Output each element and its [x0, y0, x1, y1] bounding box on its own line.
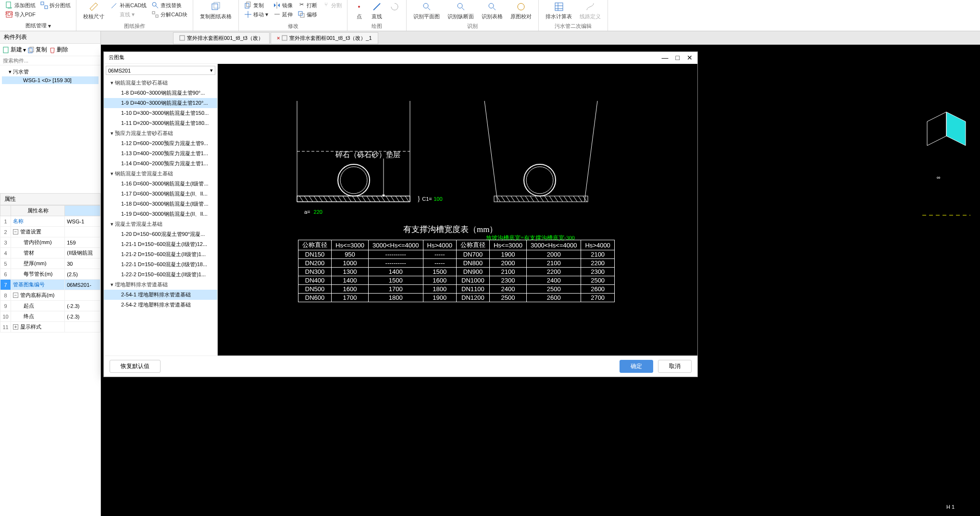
- atlas-item[interactable]: 1-10 D=300~3000钢筋混凝土管150...: [104, 108, 217, 118]
- dialog-titlebar[interactable]: 云图集 — □ ✕: [104, 52, 697, 64]
- atlas-dropdown[interactable]: 06MS201▾: [106, 66, 215, 75]
- id-plan-button[interactable]: 识别平面图: [410, 1, 443, 22]
- section-diagram-2: [472, 101, 607, 209]
- split-cad-button[interactable]: 分解CAD块: [150, 10, 189, 19]
- close-icon[interactable]: ✕: [687, 54, 693, 61]
- doc-check-icon: [516, 2, 526, 12]
- atlas-item[interactable]: 1-21-1 D=150~600混凝土(I级管)12...: [104, 239, 217, 249]
- drawing-mgmt-dropdown[interactable]: 图纸管理 ▾: [4, 22, 72, 30]
- offset-button[interactable]: 偏移: [296, 10, 319, 19]
- svg-line-66: [501, 196, 505, 202]
- atlas-item[interactable]: 1-13 D=400~2000预应力混凝土管1...: [104, 148, 217, 159]
- atlas-item[interactable]: 1-16 D=600~3000钢筋混凝土(I级管...: [104, 179, 217, 189]
- atlas-item[interactable]: 2-54-2 埋地塑料排水管道基础: [104, 300, 217, 310]
- delete-button[interactable]: 删除: [49, 46, 68, 54]
- draw-cad-button[interactable]: 补画CAD线: [109, 1, 148, 10]
- atlas-category[interactable]: ▾ 混凝土管混凝土基础: [104, 219, 217, 229]
- property-row[interactable]: 2−管道设置: [0, 227, 100, 237]
- property-row[interactable]: 7管基图集编号06MS201-: [0, 280, 100, 290]
- calc-table-icon: [554, 2, 564, 12]
- pencil-line-icon: [111, 1, 118, 9]
- property-row[interactable]: 5壁厚(mm)30: [0, 258, 100, 269]
- svg-line-46: [347, 196, 351, 202]
- atlas-category[interactable]: ▾ 预应力混凝土管砂石基础: [104, 128, 217, 138]
- atlas-item[interactable]: 1-12 D=600~2000预应力混凝土管9...: [104, 138, 217, 148]
- component-search-input[interactable]: [0, 56, 100, 65]
- ruler-icon: [89, 2, 99, 12]
- pdf-icon: PDF: [5, 11, 13, 18]
- export-pdf-button[interactable]: PDF导入PDF: [4, 10, 37, 19]
- property-row[interactable]: 6每节管长(m)(2.5): [0, 269, 100, 280]
- svg-line-41: [323, 196, 327, 202]
- document-tab[interactable]: 室外排水套图框001_t8_t3（改）: [173, 32, 270, 44]
- svg-line-51: [372, 196, 375, 202]
- dialog-preview-canvas[interactable]: 碎石（砾石砂）垫层 } C1= 100 a= 220 有支撑沟槽宽度表（mm） …: [218, 64, 697, 356]
- line-button[interactable]: 直线: [369, 1, 385, 22]
- atlas-item[interactable]: 1-8 D=600~3000钢筋混凝土管90°...: [104, 88, 217, 98]
- break-button[interactable]: ✂打断: [296, 1, 319, 10]
- copy-table-icon: [211, 2, 221, 12]
- tree-leaf-wsg1[interactable]: WSG-1 <0> [159 30]: [2, 76, 99, 84]
- move-button[interactable]: 移动 ▾: [243, 10, 270, 19]
- svg-line-39: [314, 196, 318, 202]
- svg-rect-10: [245, 3, 249, 8]
- svg-rect-7: [156, 15, 158, 17]
- break-icon: ✂: [298, 1, 305, 9]
- property-row[interactable]: 11+显示样式: [0, 322, 100, 332]
- copy-component-button[interactable]: 复制: [28, 46, 47, 54]
- tree-node-sewer[interactable]: ▾ 污水管: [2, 67, 99, 76]
- atlas-item[interactable]: 1-17 D=600~3000钢筋混凝土(II、II...: [104, 189, 217, 199]
- property-row[interactable]: 3管内径(mm)159: [0, 237, 100, 248]
- property-row[interactable]: 8−管内底标高(m): [0, 290, 100, 301]
- atlas-category[interactable]: ▾ 钢筋混凝土管混凝土基础: [104, 169, 217, 179]
- property-row[interactable]: 4管材(II级钢筋混: [0, 248, 100, 258]
- atlas-item[interactable]: 1-21-2 D=150~600混凝土(II级管)1...: [104, 249, 217, 259]
- trench-width-table: 公称直径Hs<=30003000<Hs<=4000Hs>4000公称直径Hs<=…: [298, 240, 615, 302]
- svg-line-38: [309, 196, 313, 202]
- atlas-item[interactable]: 2-54-1 埋地塑料排水管道基础: [104, 290, 217, 300]
- copy-button[interactable]: 复制: [243, 1, 270, 10]
- ok-button[interactable]: 确定: [620, 360, 653, 373]
- extend-button[interactable]: —延伸: [272, 10, 294, 19]
- atlas-item[interactable]: 1-11 D=200~3000钢筋混凝土管180...: [104, 118, 217, 128]
- property-row[interactable]: 9起点(-2.3): [0, 301, 100, 311]
- atlas-item[interactable]: 1-19 D=600~3000钢筋混凝土(II、II...: [104, 209, 217, 219]
- atlas-item[interactable]: 1-20 D=150~600混凝土管90°混凝...: [104, 229, 217, 239]
- minimize-icon[interactable]: —: [661, 54, 668, 61]
- atlas-item[interactable]: 1-22-2 D=150~600混凝土(II级管)1...: [104, 270, 217, 280]
- svg-text:H 1: H 1: [946, 504, 955, 510]
- property-row[interactable]: 1名称WSG-1: [0, 216, 100, 227]
- find-replace-button[interactable]: 查找替换: [150, 1, 189, 10]
- svg-line-43: [333, 196, 337, 202]
- check-size-button[interactable]: 校核尺寸: [80, 1, 107, 22]
- svg-line-67: [506, 196, 510, 202]
- id-section-button[interactable]: 识别纵断面: [445, 1, 477, 22]
- atlas-category[interactable]: ▾ 埋地塑料排水管道基础: [104, 280, 217, 290]
- cancel-button[interactable]: 取消: [658, 360, 692, 373]
- svg-line-42: [328, 196, 332, 202]
- new-button[interactable]: 新建 ▾: [3, 46, 26, 54]
- drain-calc-button[interactable]: 排水计算表: [543, 1, 575, 22]
- atlas-item[interactable]: 1-14 D=400~2000预应力混凝土管1...: [104, 159, 217, 169]
- split-drawing-button[interactable]: 拆分图纸: [39, 1, 72, 10]
- close-icon[interactable]: ×: [277, 35, 280, 41]
- view-cube-icon[interactable]: ∞: [908, 107, 970, 203]
- route-icon: [585, 2, 595, 12]
- plus-doc-icon: [5, 1, 13, 9]
- line-icon: [111, 11, 118, 18]
- maximize-icon[interactable]: □: [675, 54, 679, 61]
- orig-check-button[interactable]: 原图校对: [508, 1, 534, 22]
- id-table-button[interactable]: 识别表格: [479, 1, 506, 22]
- atlas-item[interactable]: 1-22-1 D=150~600混凝土(I级管)18...: [104, 259, 217, 270]
- atlas-item[interactable]: 1-18 D=600~3000钢筋混凝土(I级管...: [104, 199, 217, 209]
- add-drawing-button[interactable]: 添加图纸: [4, 1, 37, 10]
- atlas-item[interactable]: 1-9 D=400~3000钢筋混凝土管120°...: [104, 98, 217, 108]
- rotate-icon: [390, 2, 399, 12]
- atlas-category[interactable]: ▾ 钢筋混凝土管砂石基础: [104, 78, 217, 88]
- property-row[interactable]: 10终点(-2.3): [0, 311, 100, 322]
- point-button[interactable]: 点: [351, 1, 367, 22]
- document-tab[interactable]: ×室外排水套图框001_t8_t3（改）_1: [271, 32, 378, 44]
- mirror-button[interactable]: 镜像: [272, 1, 294, 10]
- copy-sheet-button[interactable]: 复制图纸表格: [197, 1, 235, 23]
- reset-defaults-button[interactable]: 恢复默认值: [110, 360, 161, 373]
